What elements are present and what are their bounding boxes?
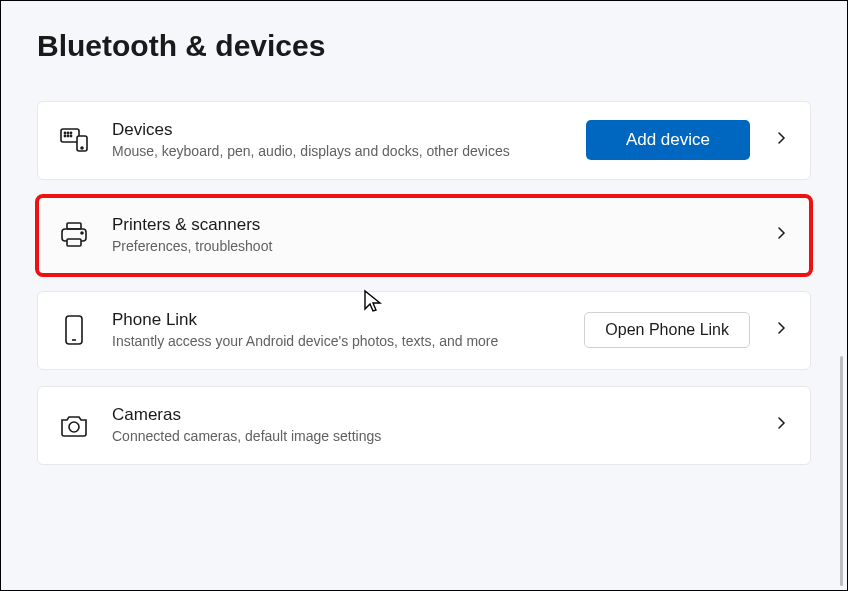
devices-row[interactable]: Devices Mouse, keyboard, pen, audio, dis… xyxy=(37,101,811,180)
devices-subtitle: Mouse, keyboard, pen, audio, displays an… xyxy=(112,142,572,161)
svg-point-5 xyxy=(67,136,68,137)
printers-subtitle: Preferences, troubleshoot xyxy=(112,237,736,256)
printers-scanners-row[interactable]: Printers & scanners Preferences, trouble… xyxy=(37,196,811,275)
cameras-row[interactable]: Cameras Connected cameras, default image… xyxy=(37,386,811,465)
chevron-right-icon xyxy=(774,226,788,244)
cameras-subtitle: Connected cameras, default image setting… xyxy=(112,427,736,446)
chevron-right-icon xyxy=(774,131,788,149)
devices-icon xyxy=(60,126,88,154)
svg-point-3 xyxy=(70,133,71,134)
page-title: Bluetooth & devices xyxy=(37,29,811,63)
open-phone-link-button[interactable]: Open Phone Link xyxy=(584,312,750,348)
svg-point-2 xyxy=(67,133,68,134)
phone-icon xyxy=(60,316,88,344)
svg-rect-9 xyxy=(67,223,81,229)
phone-link-subtitle: Instantly access your Android device's p… xyxy=(112,332,570,351)
chevron-right-icon xyxy=(774,321,788,339)
svg-rect-11 xyxy=(67,239,81,246)
devices-title: Devices xyxy=(112,120,572,140)
camera-icon xyxy=(60,411,88,439)
add-device-button[interactable]: Add device xyxy=(586,120,750,160)
printer-icon xyxy=(60,221,88,249)
scrollbar[interactable] xyxy=(840,356,843,586)
svg-point-15 xyxy=(69,422,79,432)
printers-title: Printers & scanners xyxy=(112,215,736,235)
svg-point-1 xyxy=(64,133,65,134)
phone-link-title: Phone Link xyxy=(112,310,570,330)
svg-point-6 xyxy=(70,136,71,137)
phone-link-row[interactable]: Phone Link Instantly access your Android… xyxy=(37,291,811,370)
chevron-right-icon xyxy=(774,416,788,434)
svg-point-12 xyxy=(81,232,83,234)
cameras-title: Cameras xyxy=(112,405,736,425)
svg-point-4 xyxy=(64,136,65,137)
